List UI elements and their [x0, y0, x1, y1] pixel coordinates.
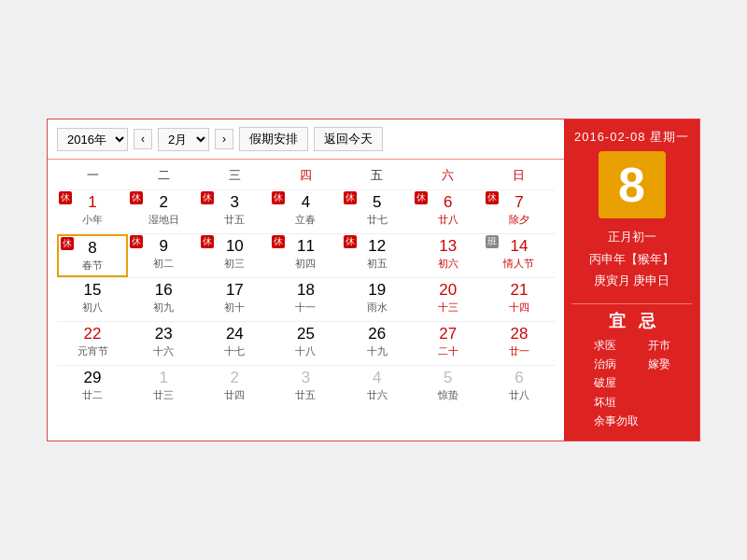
day-sub: 十三 — [413, 301, 484, 314]
day-badge: 休 — [486, 191, 499, 204]
calendar-container: 2016年 ‹ 2月 › 假期安排 返回今天 一 二 三 四 五 六 日 休1小 — [47, 119, 700, 441]
day-cell[interactable]: 5惊蛰 — [413, 366, 484, 409]
next-month-button[interactable]: › — [215, 129, 233, 149]
day-cell[interactable]: 24十七 — [199, 322, 270, 365]
day-cell[interactable]: 休7除夕 — [484, 190, 555, 233]
week-row: 22元宵节23十六24十七25十八26十九27二十28廿一 — [57, 321, 555, 365]
day-badge: 休 — [344, 235, 357, 248]
weekday-wed: 三 — [199, 163, 270, 188]
day-number: 26 — [342, 324, 413, 344]
day-badge: 班 — [486, 235, 499, 248]
day-cell[interactable]: 班14情人节 — [484, 234, 555, 277]
day-cell[interactable]: 19雨水 — [342, 278, 413, 321]
day-sub: 雨水 — [342, 301, 413, 314]
calendar-grid: 一 二 三 四 五 六 日 休1小年休2湿地日休3廿五休4立春休5廿七休6廿八休… — [48, 160, 564, 416]
weekday-thu: 四 — [270, 163, 341, 188]
day-cell[interactable]: 25十八 — [270, 322, 341, 365]
day-sub: 立春 — [270, 214, 341, 226]
day-cell[interactable]: 休12初五 — [342, 234, 413, 277]
day-cell[interactable]: 23十六 — [128, 322, 199, 365]
date-header: 2016-02-08 星期一 — [574, 129, 689, 146]
day-cell[interactable]: 21十四 — [484, 278, 555, 321]
day-cell[interactable]: 休3廿五 — [199, 190, 270, 233]
day-number: 2 — [199, 368, 270, 388]
day-sub: 初八 — [57, 301, 128, 314]
divider — [571, 303, 692, 304]
yi-items: 求医治病破屋坏垣余事勿取 — [594, 336, 639, 431]
weekday-sun: 日 — [484, 163, 555, 188]
day-cell[interactable]: 20十三 — [413, 278, 484, 321]
day-sub: 廿五 — [270, 389, 341, 401]
day-sub: 十九 — [342, 345, 413, 357]
day-badge: 休 — [344, 191, 357, 204]
day-sub: 初九 — [128, 301, 199, 314]
day-number: 17 — [199, 280, 270, 301]
day-cell[interactable]: 13初六 — [413, 234, 484, 277]
lunar-info: 正月初一 丙申年【猴年】 庚寅月 庚申日 — [589, 226, 674, 291]
day-number: 19 — [342, 280, 413, 301]
day-cell[interactable]: 17初十 — [199, 278, 270, 321]
big-day-number: 8 — [618, 161, 645, 209]
day-badge: 休 — [201, 191, 214, 204]
day-cell[interactable]: 休11初四 — [270, 234, 341, 277]
day-number: 15 — [57, 280, 128, 301]
day-cell[interactable]: 18十一 — [270, 278, 341, 321]
big-day-box: 8 — [599, 151, 666, 218]
day-number: 18 — [270, 280, 341, 301]
day-cell[interactable]: 4廿六 — [342, 366, 413, 409]
day-cell[interactable]: 2廿四 — [199, 366, 270, 409]
day-badge: 休 — [61, 237, 74, 250]
ji-item: 嫁娶 — [648, 355, 670, 373]
day-cell[interactable]: 15初八 — [57, 278, 128, 321]
yi-item: 破屋 — [594, 373, 639, 392]
day-cell[interactable]: 26十九 — [342, 322, 413, 365]
day-sub: 十七 — [199, 345, 270, 357]
day-cell[interactable]: 16初九 — [128, 278, 199, 321]
day-sub: 初十 — [199, 301, 270, 314]
day-badge: 休 — [130, 191, 143, 204]
day-number: 4 — [342, 368, 413, 388]
day-sub: 廿六 — [342, 389, 413, 401]
day-sub: 廿四 — [199, 389, 270, 401]
day-cell[interactable]: 休2湿地日 — [128, 190, 199, 233]
day-sub: 情人节 — [484, 258, 555, 270]
day-number: 27 — [413, 324, 484, 344]
day-number: 22 — [57, 324, 128, 344]
day-cell[interactable]: 22元宵节 — [57, 322, 128, 365]
yi-ji-labels: 宜 忌 — [609, 310, 655, 332]
weekday-sat: 六 — [413, 163, 484, 188]
ji-items: 开市嫁娶 — [648, 336, 670, 431]
holiday-button[interactable]: 假期安排 — [239, 127, 308, 151]
yi-item: 求医 — [594, 336, 639, 355]
weekday-fri: 五 — [342, 163, 413, 188]
day-cell[interactable]: 休4立春 — [270, 190, 341, 233]
day-cell[interactable]: 27二十 — [413, 322, 484, 365]
day-cell[interactable]: 29廿二 — [57, 366, 128, 409]
day-sub: 小年 — [57, 214, 128, 226]
year-select[interactable]: 2016年 — [57, 128, 128, 151]
day-cell[interactable]: 3廿五 — [270, 366, 341, 409]
day-cell[interactable]: 28廿一 — [484, 322, 555, 365]
prev-month-button[interactable]: ‹ — [134, 129, 152, 149]
lunar-line1: 正月初一 — [589, 226, 674, 247]
day-cell[interactable]: 休6廿八 — [413, 190, 484, 233]
day-cell[interactable]: 1廿三 — [128, 366, 199, 409]
ji-item: 开市 — [648, 336, 670, 355]
day-cell[interactable]: 休9初二 — [128, 234, 199, 277]
day-cell[interactable]: 休10初三 — [199, 234, 270, 277]
day-sub: 除夕 — [484, 214, 555, 226]
day-sub: 廿五 — [199, 214, 270, 226]
day-cell[interactable]: 休8春节 — [57, 234, 128, 277]
day-cell[interactable]: 休1小年 — [57, 190, 128, 233]
day-cell[interactable]: 休5廿七 — [342, 190, 413, 233]
day-badge: 休 — [415, 191, 428, 204]
day-sub: 廿一 — [484, 345, 555, 357]
month-select[interactable]: 2月 — [158, 128, 209, 151]
weekday-mon: 一 — [57, 163, 128, 188]
calendar-main: 2016年 ‹ 2月 › 假期安排 返回今天 一 二 三 四 五 六 日 休1小 — [48, 119, 564, 440]
day-number: 24 — [199, 324, 270, 344]
day-cell[interactable]: 6廿八 — [484, 366, 555, 409]
weekday-tue: 二 — [128, 163, 199, 188]
day-sub: 廿八 — [484, 389, 555, 401]
return-today-button[interactable]: 返回今天 — [314, 127, 383, 151]
